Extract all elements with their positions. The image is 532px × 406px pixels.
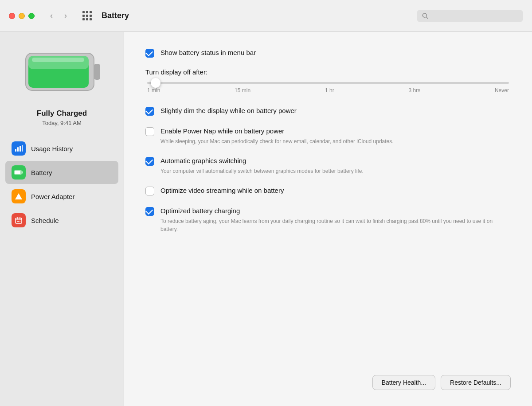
tick-never: Never: [495, 87, 509, 94]
slider-thumb[interactable]: [151, 78, 160, 88]
svg-marker-14: [15, 193, 22, 199]
show-battery-checkbox-wrapper[interactable]: [145, 49, 154, 58]
dim-display-row: Slightly dim the display while on batter…: [145, 106, 511, 116]
svg-rect-13: [22, 172, 23, 174]
svg-rect-19: [17, 221, 18, 222]
svg-rect-3: [94, 64, 100, 80]
schedule-icon: [12, 213, 26, 227]
svg-rect-21: [20, 221, 20, 222]
auto-graphics-desc: Your computer will automatically switch …: [160, 167, 511, 175]
slider-container[interactable]: 1 min 15 min 1 hr 3 hrs Never: [145, 82, 511, 94]
tick-1-hr: 1 hr: [325, 87, 334, 94]
show-battery-text: Show battery status in menu bar: [160, 48, 511, 57]
slider-ticks: 1 min 15 min 1 hr 3 hrs Never: [147, 87, 509, 94]
auto-graphics-label: Automatic graphics switching: [160, 157, 246, 164]
optimize-video-checkbox[interactable]: [145, 187, 154, 195]
svg-rect-12: [15, 171, 20, 174]
sidebar-item-label-battery: Battery: [31, 169, 52, 176]
optimized-charging-row: Optimized battery charging To reduce bat…: [145, 206, 511, 233]
battery-status-title: Fully Charged: [37, 109, 87, 118]
sidebar-nav: Usage History Battery: [0, 137, 124, 233]
search-icon: [422, 12, 428, 20]
dim-display-checkbox[interactable]: [145, 107, 154, 116]
usage-history-icon: [12, 141, 26, 156]
fullscreen-button[interactable]: [28, 13, 35, 19]
svg-rect-9: [20, 146, 21, 152]
tick-3-hrs: 3 hrs: [408, 87, 420, 94]
sidebar-item-usage-history[interactable]: Usage History: [5, 137, 118, 160]
power-nap-checkbox[interactable]: [145, 127, 154, 136]
svg-rect-6: [32, 58, 84, 62]
dim-display-label: Slightly dim the display while on batter…: [160, 107, 297, 114]
tick-15-min: 15 min: [235, 87, 250, 94]
sidebar-item-label-schedule: Schedule: [31, 217, 59, 224]
svg-rect-10: [22, 145, 23, 152]
sidebar-item-label-usage-history: Usage History: [31, 145, 73, 152]
power-nap-desc: While sleeping, your Mac can periodicall…: [160, 137, 511, 145]
show-battery-status-row: Show battery status in menu bar: [145, 48, 511, 58]
battery-health-button[interactable]: Battery Health...: [372, 375, 435, 390]
minimize-button[interactable]: [19, 13, 25, 19]
forward-button[interactable]: ›: [59, 10, 72, 22]
optimize-video-row: Optimize video streaming while on batter…: [145, 186, 511, 195]
sidebar-item-schedule[interactable]: Schedule: [5, 209, 118, 232]
sidebar-item-label-power-adapter: Power Adapter: [31, 193, 74, 200]
power-nap-label: Enable Power Nap while on battery power: [160, 127, 284, 135]
auto-graphics-row: Automatic graphics switching Your comput…: [145, 156, 511, 175]
svg-rect-20: [18, 221, 19, 222]
search-box[interactable]: [417, 10, 523, 22]
tick-1-min: 1 min: [147, 87, 160, 94]
show-battery-checkbox[interactable]: [145, 49, 154, 58]
page-title: Battery: [102, 11, 410, 20]
battery-illustration: [22, 45, 102, 100]
display-off-label: Turn display off after:: [145, 68, 511, 76]
bottom-buttons: Battery Health... Restore Defaults...: [145, 366, 511, 390]
optimize-video-label: Optimize video streaming while on batter…: [160, 187, 284, 194]
restore-defaults-button[interactable]: Restore Defaults...: [441, 375, 511, 390]
search-input[interactable]: [431, 12, 518, 20]
power-nap-row: Enable Power Nap while on battery power …: [145, 126, 511, 145]
nav-buttons: ‹ ›: [45, 10, 72, 22]
svg-rect-7: [15, 149, 16, 152]
svg-rect-8: [17, 147, 19, 152]
sidebar: Fully Charged Today, 9:41 AM Usage Histo…: [0, 32, 124, 406]
apps-grid-icon[interactable]: [82, 11, 92, 20]
content-area: Show battery status in menu bar Turn dis…: [124, 32, 532, 406]
main-layout: Fully Charged Today, 9:41 AM Usage Histo…: [0, 32, 532, 406]
titlebar: ‹ › Battery: [0, 0, 532, 32]
battery-nav-icon: [12, 165, 26, 180]
back-button[interactable]: ‹: [45, 10, 58, 22]
sidebar-item-power-adapter[interactable]: Power Adapter: [5, 185, 118, 208]
svg-line-1: [426, 17, 428, 18]
traffic-lights: [9, 13, 35, 19]
optimized-charging-desc: To reduce battery aging, your Mac learns…: [160, 217, 511, 233]
battery-status-time: Today, 9:41 AM: [37, 120, 87, 126]
auto-graphics-checkbox[interactable]: [145, 157, 154, 166]
optimized-charging-checkbox[interactable]: [145, 207, 154, 216]
power-adapter-icon: [12, 189, 26, 203]
show-battery-label: Show battery status in menu bar: [160, 49, 256, 56]
sidebar-item-battery[interactable]: Battery: [5, 161, 118, 184]
optimized-charging-label: Optimized battery charging: [160, 207, 240, 215]
slider-track: [147, 82, 509, 84]
battery-status-block: Fully Charged Today, 9:41 AM: [37, 109, 87, 126]
close-button[interactable]: [9, 13, 15, 19]
display-off-slider-section: Turn display off after: 1 min 15 min 1 h…: [145, 68, 511, 94]
